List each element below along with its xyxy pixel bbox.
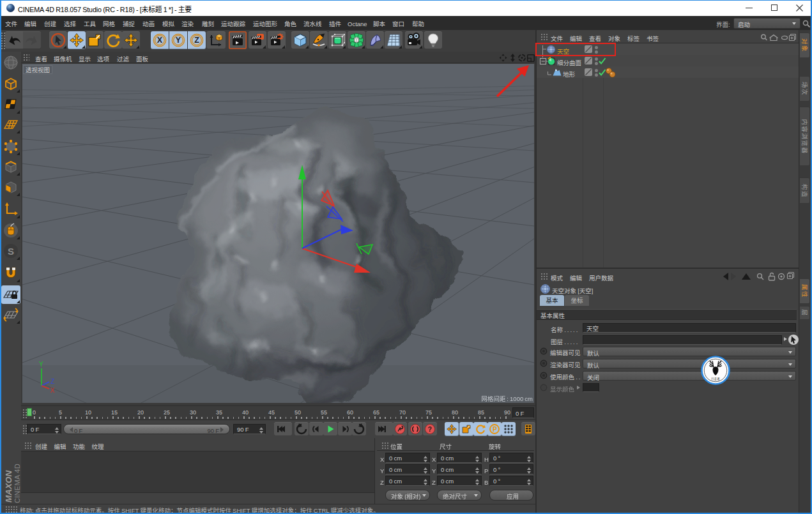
svg-text:Y: Y — [39, 361, 43, 368]
svg-text:CINEMA 4D: CINEMA 4D — [13, 464, 21, 503]
svg-text:X: X — [50, 387, 55, 394]
svg-text:X: X — [157, 36, 163, 45]
svg-text:行走者: 行走者 — [711, 377, 720, 381]
svg-text:Z: Z — [194, 36, 199, 45]
svg-text:Z: Z — [50, 378, 54, 385]
svg-text:P: P — [493, 426, 497, 433]
svg-text:Y: Y — [176, 36, 181, 45]
svg-text:MAXON: MAXON — [4, 471, 13, 503]
svg-text:?: ? — [428, 425, 432, 433]
svg-text:S: S — [8, 246, 14, 257]
